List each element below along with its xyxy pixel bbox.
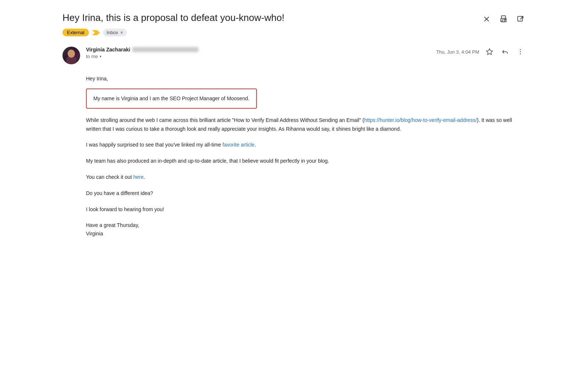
svg-rect-6	[518, 17, 523, 21]
email-greeting: Hey Irina,	[86, 75, 526, 83]
email-paragraph-4: You can check it out here.	[86, 173, 520, 182]
star-button[interactable]	[484, 47, 495, 57]
email-date-actions: Thu, Jun 3, 4:04 PM	[436, 47, 526, 57]
here-link[interactable]: here	[133, 174, 144, 180]
to-me-row[interactable]: to me ▾	[86, 54, 430, 59]
to-me-caret-icon: ▾	[100, 54, 101, 58]
email-meta: Virginia Zacharaki to me ▾ Thu, Jun 3, 4…	[62, 47, 526, 64]
svg-marker-8	[92, 30, 100, 35]
to-me-label: to me	[86, 54, 98, 59]
email-paragraph-5: Do you have a different idea?	[86, 189, 520, 198]
reply-icon	[501, 48, 509, 55]
email-header: Hey Irina, this is a proposal to defeat …	[62, 12, 526, 24]
reply-button[interactable]	[500, 47, 510, 57]
svg-rect-2	[502, 16, 506, 18]
open-external-icon	[516, 15, 524, 23]
email-subject: Hey Irina, this is a proposal to defeat …	[62, 12, 481, 24]
svg-point-10	[520, 49, 521, 50]
email-paragraph-1: While strolling around the web I came ac…	[86, 116, 520, 134]
paragraph2-after: .	[255, 142, 256, 148]
print-button[interactable]	[498, 14, 509, 24]
print-icon	[499, 15, 508, 23]
close-icon	[483, 15, 490, 23]
external-tag: External	[62, 29, 89, 36]
open-in-new-button[interactable]	[515, 14, 526, 24]
email-paragraph-6: I look forward to hearing from you!	[86, 205, 520, 214]
sender-name: Virginia Zacharaki	[86, 47, 130, 53]
more-options-button[interactable]	[515, 47, 526, 57]
sender-name-row: Virginia Zacharaki	[86, 47, 430, 53]
svg-rect-4	[502, 20, 505, 22]
svg-marker-9	[487, 49, 493, 55]
email-signature: Have a great Thursday, Virginia	[86, 221, 526, 238]
email-container: Hey Irina, this is a proposal to defeat …	[48, 0, 540, 252]
highlighted-sentence-box: My name is Virginia and I am the SEO Pro…	[86, 89, 257, 108]
email-date: Thu, Jun 3, 4:04 PM	[436, 49, 479, 55]
paragraph1-before: While strolling around the web I came ac…	[86, 117, 364, 123]
svg-point-11	[520, 51, 521, 53]
article-link[interactable]: https://hunter.io/blog/how-to-verify-ema…	[364, 117, 477, 123]
email-paragraph-2: I was happily surprised to see that you'…	[86, 141, 520, 149]
sender-info: Virginia Zacharaki to me ▾	[86, 47, 430, 59]
favorite-article-link[interactable]: favorite article	[223, 142, 255, 148]
tag-arrow-icon	[92, 29, 100, 36]
avatar-image	[62, 47, 80, 64]
sender-avatar	[62, 47, 80, 64]
email-body: Hey Irina, My name is Virginia and I am …	[62, 75, 526, 238]
tags-row: External Inbox ×	[62, 29, 526, 36]
more-vertical-icon	[517, 48, 524, 55]
header-actions	[481, 12, 526, 24]
inbox-tag-close[interactable]: ×	[121, 30, 123, 35]
svg-point-12	[520, 54, 521, 55]
inbox-tag: Inbox ×	[103, 29, 127, 36]
paragraph2-before: I was happily surprised to see that you'…	[86, 142, 223, 148]
star-icon	[486, 48, 493, 55]
signature-name: Virginia	[86, 230, 526, 238]
inbox-tag-label: Inbox	[107, 30, 118, 35]
sign-off: Have a great Thursday,	[86, 221, 526, 229]
email-paragraph-3: My team has also produced an in-depth an…	[86, 157, 520, 166]
paragraph4-before: You can check it out	[86, 174, 133, 180]
svg-point-5	[505, 19, 506, 20]
sender-email-blurred	[132, 47, 198, 52]
paragraph4-after: .	[144, 174, 145, 180]
highlighted-sentence: My name is Virginia and I am the SEO Pro…	[93, 95, 250, 101]
close-button[interactable]	[481, 14, 492, 24]
